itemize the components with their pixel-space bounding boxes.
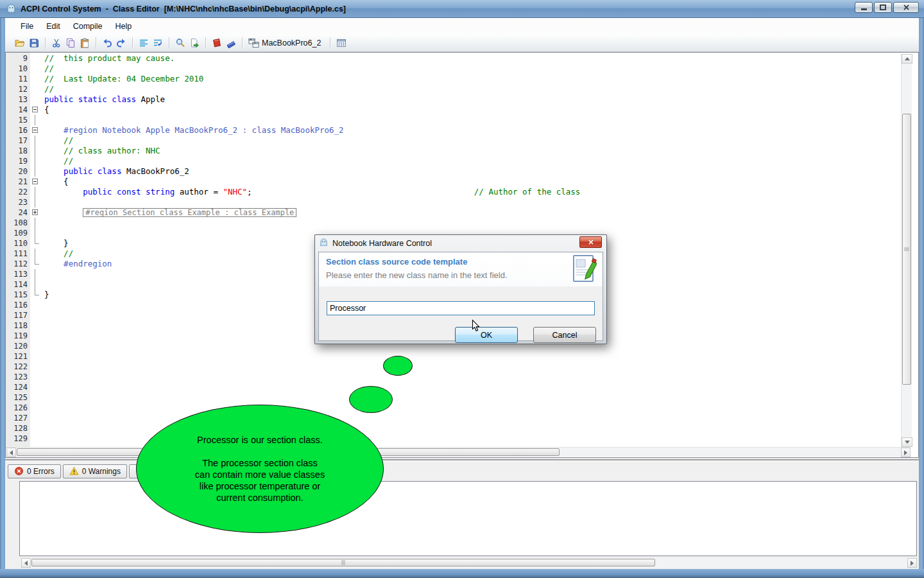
code-line-122[interactable]: 122 [6, 362, 902, 372]
blue-book-icon[interactable] [224, 36, 238, 50]
dialog-title-bar[interactable]: Notebook Hardware Control [319, 238, 432, 249]
vertical-scroll-thumb[interactable] [902, 114, 911, 385]
code-line-127[interactable]: 127 [6, 413, 902, 423]
code-line-108[interactable]: 108 [6, 218, 902, 228]
line-number: 122 [6, 362, 28, 372]
menu-edit[interactable]: Edit [40, 20, 67, 33]
close-button[interactable] [893, 2, 919, 13]
code-line-21[interactable]: 21 { [6, 177, 902, 187]
line-number: 110 [6, 238, 28, 249]
fold-collapse-icon[interactable] [32, 107, 38, 112]
collapsed-region[interactable]: #region Section class Example : class Ex… [83, 208, 296, 217]
undo-icon[interactable] [100, 36, 114, 50]
tab-0-warnings[interactable]: 0 Warnings [63, 464, 127, 478]
code-line-22[interactable]: 22 public const string author = "NHC"; /… [6, 187, 902, 197]
code-line-18[interactable]: 18 // class author: NHC [6, 146, 902, 156]
editor-vertical-scrollbar[interactable] [901, 54, 912, 447]
code-line-16[interactable]: 16 #region Notebook Apple MacBookPro6_2 … [6, 125, 902, 136]
notebook-hardware-control-dialog[interactable]: Notebook Hardware Control Section class … [314, 234, 607, 344]
window-border-bottom [0, 569, 924, 578]
code-text: // [44, 64, 54, 74]
code-line-125[interactable]: 125 [6, 392, 902, 403]
close-icon [903, 4, 910, 11]
code-line-12[interactable]: 12// [6, 84, 902, 94]
line-number: 14 [6, 105, 28, 115]
insert-template-icon[interactable] [334, 36, 348, 50]
code-line-121[interactable]: 121 [6, 351, 902, 362]
error-icon [14, 466, 24, 476]
cut-icon[interactable] [49, 36, 64, 50]
line-number: 117 [6, 310, 28, 320]
red-book-icon[interactable] [210, 36, 224, 50]
line-number: 120 [6, 341, 28, 351]
menu-help[interactable]: Help [109, 20, 139, 33]
code-line-126[interactable]: 126 [6, 403, 902, 413]
dialog-close-button[interactable] [579, 236, 602, 248]
scroll-down-button[interactable] [902, 437, 912, 447]
fold-collapse-icon[interactable] [32, 127, 38, 133]
redo-icon[interactable] [114, 36, 128, 50]
minimize-button[interactable] [855, 2, 873, 13]
fold-collapse-icon[interactable] [32, 179, 38, 184]
menu-compile[interactable]: Compile [67, 20, 109, 33]
scroll-right-button[interactable] [901, 448, 911, 457]
code-line-17[interactable]: 17 // [6, 136, 902, 146]
code-line-128[interactable]: 128 [6, 423, 902, 434]
word-wrap-icon[interactable] [151, 36, 165, 50]
save-icon[interactable] [27, 36, 41, 50]
scroll-right-button[interactable] [907, 558, 917, 568]
code-line-10[interactable]: 10// [6, 64, 902, 74]
format-lines-icon[interactable] [137, 36, 151, 50]
code-line-13[interactable]: 13public static class Apple [6, 94, 902, 105]
copy-icon[interactable] [64, 36, 78, 50]
code-line-24[interactable]: 24 #region Section class Example : class… [6, 207, 902, 218]
scroll-left-button[interactable] [6, 448, 16, 457]
fold-guide [35, 249, 35, 259]
cancel-button[interactable]: Cancel [533, 327, 596, 343]
code-line-20[interactable]: 20 public class MacBookPro6_2 [6, 166, 902, 177]
bubble-text-line [137, 446, 383, 457]
code-text: // [44, 156, 73, 166]
fold-guide [35, 187, 35, 197]
scroll-left-button[interactable] [21, 558, 31, 568]
title-bar[interactable]: ACPI Control System - Class Editor [M:\N… [0, 0, 924, 18]
code-line-11[interactable]: 11// Last Update: 04 December 2010 [6, 74, 902, 84]
class-name-input[interactable] [327, 301, 595, 315]
scroll-up-button[interactable] [902, 54, 912, 64]
code-line-23[interactable]: 23 [6, 197, 902, 207]
code-line-14[interactable]: 14{ [6, 105, 902, 115]
code-text: // [44, 136, 73, 146]
goto-document-icon[interactable] [187, 36, 201, 50]
code-line-19[interactable]: 19 // [6, 156, 902, 166]
paste-icon[interactable] [78, 36, 92, 50]
menu-file[interactable]: File [14, 20, 40, 33]
dialog-title: Notebook Hardware Control [332, 239, 432, 248]
code-line-123[interactable]: 123 [6, 372, 902, 382]
code-text: public static class Apple [44, 94, 165, 105]
notebook-selector-label[interactable]: MacBookPro6_2 [262, 39, 321, 48]
line-number: 18 [6, 146, 28, 156]
code-line-15[interactable]: 15 [6, 115, 902, 125]
code-line-9[interactable]: 9// this product may cause. [6, 53, 902, 64]
tab-0-errors[interactable]: 0 Errors [8, 464, 61, 478]
notebook-windows-icon[interactable] [246, 36, 261, 50]
open-icon[interactable] [13, 36, 27, 50]
line-number: 10 [6, 64, 28, 74]
messages-horizontal-scrollbar[interactable] [21, 558, 917, 568]
fold-expand-icon[interactable] [32, 209, 38, 215]
line-number: 11 [6, 74, 28, 84]
code-line-124[interactable]: 124 [6, 382, 902, 392]
line-number: 129 [6, 434, 28, 444]
horizontal-scroll-thumb[interactable] [31, 559, 655, 566]
code-text: public class MacBookPro6_2 [44, 166, 189, 177]
fold-guide [35, 228, 35, 238]
code-text: #region Notebook Apple MacBookPro6_2 : c… [44, 125, 344, 136]
window-title: ACPI Control System - Class Editor [M:\N… [21, 4, 346, 13]
bubble-text-line: The processor section class [137, 457, 383, 469]
maximize-button[interactable] [874, 2, 892, 13]
toolbar-separator [205, 37, 206, 49]
bubble-text-line: can contain more value classes [137, 469, 383, 480]
search-icon[interactable] [173, 36, 187, 50]
ok-button[interactable]: OK [455, 327, 518, 343]
bubble-text-line: current consumption. [137, 492, 383, 504]
